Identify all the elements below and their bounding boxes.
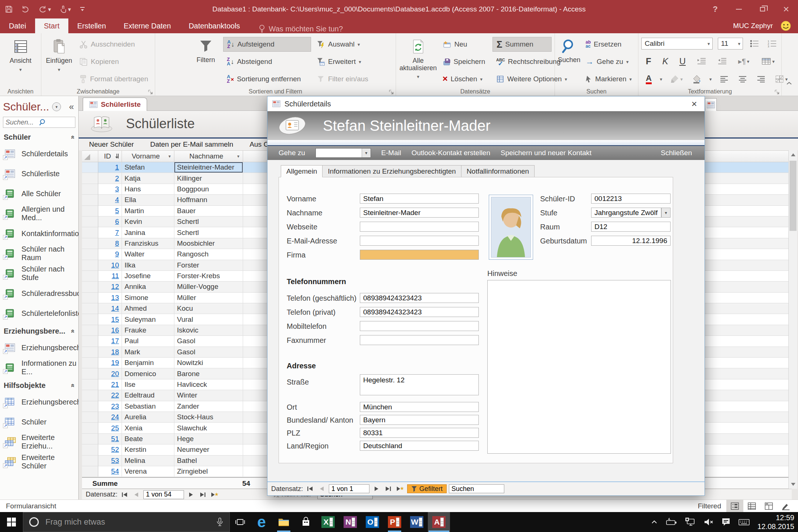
new-record-button[interactable] [395,485,405,493]
nav-item-schüler-nach-stufe[interactable]: ↗Schüler nach Stufe [0,263,78,283]
microphone-icon[interactable] [216,517,224,527]
sort-ascending-button[interactable]: AZ↓Aufsteigend [223,37,311,52]
column-header-vorname[interactable]: Vorname▾ [122,151,174,162]
cell-nachname[interactable]: Havliceck [174,379,243,390]
close-form-button[interactable]: Schließen [661,149,692,157]
select-all-cell[interactable] [82,151,98,162]
help-button[interactable]: ? [703,0,727,18]
cell-id[interactable]: 21 [98,379,122,390]
row-selector[interactable] [82,347,98,358]
nav-item-kontaktinformatio-[interactable]: ↗Kontaktinformatio... [0,224,78,243]
row-selector[interactable] [82,162,98,173]
indent-increase-icon[interactable] [695,57,708,66]
cell-id[interactable]: 12 [98,282,122,292]
layout-view-button[interactable] [760,500,777,512]
cell-id[interactable]: 25 [98,423,122,433]
vorname-field[interactable] [360,194,479,204]
find-button[interactable]: Suchen [558,35,580,88]
dialog-launcher-icon[interactable] [389,89,394,95]
cell-vorname[interactable]: Kerstin [122,444,174,455]
close-button[interactable]: × [774,0,798,18]
cell-nachname[interactable]: Müller [174,293,243,303]
cell-nachname[interactable]: Moosbichler [174,238,243,249]
row-selector[interactable] [82,184,98,195]
cell-vorname[interactable]: Kevin [122,216,174,227]
column-header-nachname[interactable]: Nachname▾ [174,151,243,162]
customize-qat-icon[interactable] [80,6,85,12]
cell-vorname[interactable]: Paul [122,336,174,347]
cut-button[interactable]: Ausschneiden [75,37,152,52]
start-button[interactable] [0,512,23,532]
redo-icon[interactable]: ▾ [38,6,51,13]
fill-color-button[interactable] [691,74,703,84]
cell-id[interactable]: 23 [98,401,122,412]
nav-item-allergien-und-med-[interactable]: ↗Allergien und Med... [0,204,78,224]
ribbon-tab-externe-daten[interactable]: Externe Daten [115,18,180,33]
cell-vorname[interactable]: Benjamin [122,358,174,368]
telefon-geschaeftlich-field[interactable] [360,293,479,303]
design-view-button[interactable] [777,500,794,512]
smiley-icon[interactable] [780,20,791,31]
more-options-button[interactable]: Weitere Optionen▾ [492,72,552,86]
title-bar[interactable]: ▾ ▾ Database1 : Datenbank- C:\Users\muc_… [0,0,798,18]
paste-button[interactable]: Einfügen▾ [44,35,74,88]
scroll-up-button[interactable] [789,150,797,159]
cell-vorname[interactable]: Verena [122,466,174,477]
nav-section-header[interactable]: Erziehungsbere...« [0,323,78,338]
volume-muted-icon[interactable] [703,518,714,526]
row-selector[interactable] [82,303,98,314]
datasheet-view-button[interactable] [743,500,760,512]
nachname-field[interactable] [360,208,479,218]
taskbar-search-box[interactable]: Frag mich etwas [23,512,230,532]
cell-vorname[interactable]: Frauke [122,325,174,336]
advanced-filter-button[interactable]: Erweitert▾ [313,54,390,69]
nav-item-schüler-nach-raum[interactable]: ↗Schüler nach Raum [0,243,78,263]
stufe-combo[interactable] [591,208,661,218]
cell-vorname[interactable]: Melina [122,456,174,466]
webseite-field[interactable] [360,222,479,232]
taskbar-app-store[interactable] [295,512,317,532]
font-size-combo[interactable]: 11▾ [718,38,743,50]
align-center-icon[interactable] [737,75,748,83]
first-record-button[interactable] [120,491,129,499]
taskbar-app-excel[interactable]: X [317,512,339,532]
view-button[interactable]: Ansicht▾ [3,35,38,88]
collapse-ribbon-icon[interactable] [785,81,793,86]
cell-id[interactable]: 2 [98,173,122,184]
cell-id[interactable]: 6 [98,216,122,227]
cell-vorname[interactable]: Ella [122,195,174,205]
select-button[interactable]: Markieren▾ [582,72,635,86]
cell-id[interactable]: 52 [98,444,122,455]
selection-filter-button[interactable]: Auswahl▾ [313,37,390,52]
refresh-all-button[interactable]: Alle aktualisieren▾ [399,35,437,88]
command-link[interactable]: Neuer Schüler [89,140,134,149]
font-color-button[interactable]: A [644,74,653,85]
dialog-title-bar[interactable]: Schülerdetails [267,96,705,111]
ribbon-tab-start[interactable]: Start [35,18,68,33]
cell-id[interactable]: 15 [98,314,122,325]
filter-button[interactable]: Filtern [190,35,222,88]
nav-section-header[interactable]: Hilfsobjekte« [0,378,78,392]
row-selector[interactable] [82,282,98,292]
gridlines-icon[interactable]: ▾ [760,57,776,66]
taskbar-app-onenote[interactable]: N [339,512,361,532]
cell-nachname[interactable]: Iskovic [174,325,243,336]
nav-item-erweiterte-schüler[interactable]: ↗Erweiterte Schüler [0,452,78,472]
cell-vorname[interactable]: Katja [122,173,174,184]
row-selector[interactable] [82,293,98,303]
nav-section-header[interactable]: Schüler« [0,129,78,144]
mobiltelefon-field[interactable] [360,321,479,331]
cell-id[interactable]: 16 [98,325,122,336]
cell-vorname[interactable]: Edeltraud [122,390,174,401]
dialog-launcher-icon[interactable] [774,89,780,95]
align-right-icon[interactable] [755,75,767,83]
cell-nachname[interactable]: Gasol [174,336,243,347]
cell-nachname[interactable]: Forster-Krebs [174,271,243,282]
geburtsdatum-field[interactable] [591,236,671,246]
cell-id[interactable]: 20 [98,368,122,379]
dialog-close-button[interactable]: × [684,96,705,111]
cell-nachname[interactable]: Hoffmann [174,195,243,205]
student-photo[interactable] [489,195,533,260]
spelling-button[interactable]: ABC✓Rechtschreibung [492,54,552,69]
touch-mode-icon[interactable]: ▾ [60,6,71,13]
